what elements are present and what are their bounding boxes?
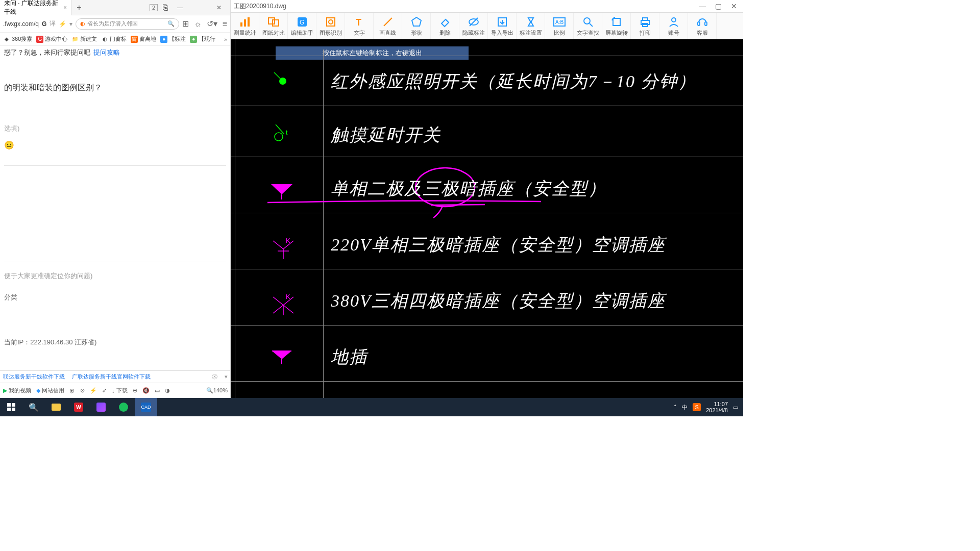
tool-erase[interactable]: 删除 [431,13,459,39]
symbol-socket [269,177,295,199]
svg-rect-47 [7,408,11,411]
svg-rect-18 [613,18,620,26]
start-button[interactable] [0,398,22,416]
tool-chart[interactable]: 测量统计 [231,13,259,39]
status-download[interactable]: ↓下载 [112,387,128,394]
ip-info: 当前IP：222.190.46.30 江苏省) [4,338,226,347]
tool-line[interactable]: 画直线 [374,13,402,39]
tool-find[interactable]: 文字查找 [574,13,602,39]
status-globe-icon[interactable]: ⊕ [133,387,137,394]
svg-rect-20 [643,18,648,20]
status-video[interactable]: ▶我的视频 [3,387,31,394]
status-shield-icon[interactable]: ⛨ [69,388,75,394]
bookmark-bar: ◆360搜索 G游戏中心 📁新建文 ◐门窗标 窗窗离地 ●【标注 ●【现行 » [0,33,230,46]
status-credit[interactable]: ◆网站信用 [36,387,64,394]
tool-io[interactable]: 导入导出 [488,13,517,39]
tool-user[interactable]: 账号 [659,13,688,39]
maximize-button[interactable] [192,3,207,13]
tab-counter[interactable]: 2 [150,4,158,11]
tool-ratio[interactable]: A:B比例 [545,13,574,39]
bookmark-item[interactable]: ◐门窗标 [101,35,127,43]
download-item[interactable]: 联达服务新干线软件下载 [3,373,65,381]
search-box[interactable]: ◐ 省长为足疗潜入邻国 🔍 [76,18,179,30]
svg-line-36 [273,297,283,305]
browser-tab[interactable]: 来问 · 广联达服务新干线 × [0,0,71,15]
tool-rotate[interactable]: 屏幕旋转 [602,13,631,39]
svg-line-17 [590,23,593,27]
emoji-button[interactable]: 😐 [4,140,226,150]
cad-close-button[interactable]: ✕ [731,2,737,10]
svg-rect-23 [698,22,700,26]
status-gamepad-icon[interactable]: ◑ [165,387,170,394]
zoom-level[interactable]: 🔍140% [206,387,228,394]
menu-icon[interactable]: ≡ [223,19,227,29]
tray-notifications-icon[interactable]: ▭ [733,404,738,411]
bookmark-item[interactable]: ●【标注 [160,35,186,43]
url-text[interactable]: .fwxgx.com/q [3,20,39,28]
search-placeholder: 省长为足疗潜入邻国 [87,20,138,28]
download-dropdown-icon[interactable]: ▾ [225,373,228,380]
compare-icon [267,16,280,28]
tool-settings[interactable]: 标注设置 [517,13,545,39]
minimize-button[interactable]: — [173,3,187,13]
tool-support[interactable]: 客服 [688,13,717,39]
status-block-icon[interactable]: ⊘ [80,387,85,394]
grid-line [231,325,743,325]
search-icon[interactable]: 🔍 [167,20,175,27]
download-bar: 联达服务新干线软件下载 广联达服务新干线官网软件下载 ⓧ ▾ [0,370,231,383]
download-close-icon[interactable]: ⓧ [212,373,217,381]
dropdown-icon[interactable]: ▾ [69,20,72,28]
download-item[interactable]: 广联达服务新干线官网软件下载 [72,373,151,381]
bookmark-item[interactable]: 📁新建文 [71,35,97,43]
taskbar-cad[interactable]: CAD [135,398,157,416]
theme-icon[interactable]: ☼ [194,19,202,29]
tool-compare[interactable]: 图纸对比 [259,13,288,39]
tab-close-icon[interactable]: × [63,4,67,11]
reader-mode-icon[interactable]: ⎘ [163,3,168,12]
prompt-link[interactable]: 提问攻略 [93,48,120,57]
browser-panel: 来问 · 广联达服务新干线 × + 2 ⎘ — ✕ .fwxgx.com/q G… [0,0,231,398]
svg-rect-46 [12,403,15,407]
bookmark-item[interactable]: 窗窗离地 [131,35,156,43]
browser-status-bar: ▶我的视频 ◆网站信用 ⛨ ⊘ ⚡ ➶ ↓下载 ⊕ 🔇 ▭ ◑ 🔍140% [0,383,231,398]
close-button[interactable]: ✕ [212,3,226,13]
new-tab-button[interactable]: + [71,3,87,12]
search-button[interactable]: 🔍 [22,398,45,416]
helper-text: 便于大家更准确定位你的问题) [4,271,226,281]
tray-ime[interactable]: 中 [682,404,688,411]
cad-maximize-button[interactable]: ▢ [715,2,722,10]
status-flash-icon[interactable]: ⚡ [90,387,97,394]
status-mute-icon[interactable]: 🔇 [142,387,150,394]
taskbar-wps[interactable]: W [67,398,90,416]
status-rocket-icon[interactable]: ➶ [102,387,107,394]
recognize-icon [325,16,337,28]
flash-icon[interactable]: ⚡ [59,20,66,28]
cad-minimize-button[interactable]: — [699,2,706,10]
grid-line [323,49,324,398]
tray-sogou-icon[interactable]: S [693,403,701,411]
history-icon[interactable]: ↺▾ [207,19,217,29]
translate-icon[interactable]: 译 [50,19,56,28]
description-input[interactable]: 选填) [4,124,226,133]
status-phone-icon[interactable]: ▭ [155,387,160,394]
tool-hide[interactable]: 隐藏标注 [459,13,488,39]
tool-text[interactable]: T文字 [345,13,374,39]
taskbar-app-purple[interactable] [90,398,112,416]
bookmark-overflow-icon[interactable]: » [224,36,227,42]
divider [4,262,226,262]
bookmark-item[interactable]: G游戏中心 [36,35,67,43]
bookmark-item[interactable]: ◆360搜索 [3,35,32,43]
tool-recognize[interactable]: 图形识别 [316,13,345,39]
line-icon [382,16,394,28]
question-text: 的明装和暗装的图例区别？ [4,83,226,93]
tool-print[interactable]: 打印 [631,13,659,39]
cad-canvas[interactable]: 按住鼠标左键绘制标注，右键退出 t K [231,39,743,398]
tool-shape[interactable]: 形状 [402,13,431,39]
taskbar-browser[interactable] [112,398,135,416]
bookmark-item[interactable]: ●【现行 [190,35,215,43]
tray-clock[interactable]: 11:07 2021/4/8 [706,401,728,413]
tray-chevron-icon[interactable]: ˄ [674,404,677,411]
extensions-icon[interactable]: ⊞ [182,19,189,29]
tool-edit[interactable]: G编辑助手 [288,13,316,39]
taskbar-explorer[interactable] [45,398,67,416]
